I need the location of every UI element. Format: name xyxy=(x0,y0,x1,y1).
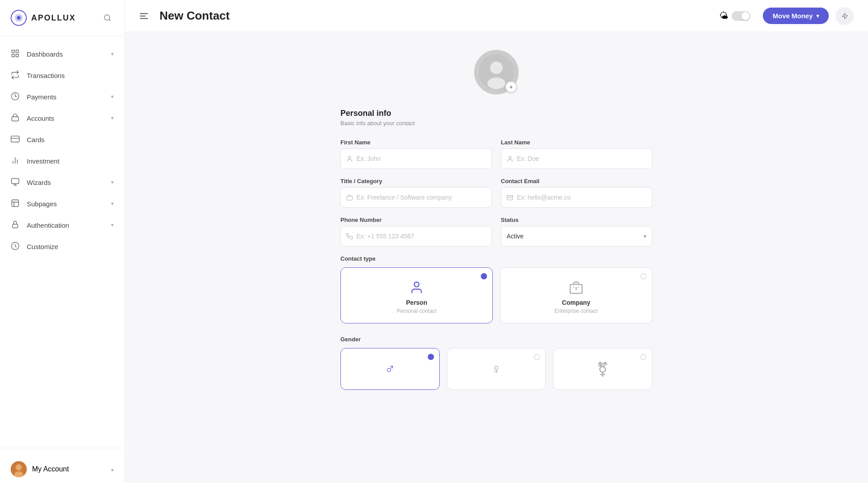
svg-rect-12 xyxy=(12,200,19,207)
contact-type-company[interactable]: Company Enterprise contact xyxy=(500,267,652,323)
sidebar-item-transactions[interactable]: Transactions xyxy=(0,65,124,86)
first-name-label: First Name xyxy=(340,139,492,146)
theme-toggle[interactable]: 🌤 xyxy=(719,11,750,21)
chevron-down-icon: ▾ xyxy=(111,179,114,185)
user-avatar xyxy=(11,461,27,477)
section-title: Personal info xyxy=(340,109,652,118)
sidebar-item-label: Dashboards xyxy=(27,50,63,58)
contact-type-label: Contact type xyxy=(340,255,652,262)
logo-text: APOLLUX xyxy=(31,13,76,23)
sidebar-item-label: Investment xyxy=(27,157,59,165)
sidebar-item-label: Customize xyxy=(27,243,58,250)
move-money-button[interactable]: Move Money ▾ xyxy=(763,8,829,24)
mail-icon xyxy=(507,194,513,201)
first-name-group: First Name xyxy=(340,139,492,169)
svg-point-24 xyxy=(490,61,503,74)
title-input-wrapper xyxy=(340,187,492,208)
search-icon[interactable] xyxy=(101,12,114,24)
user-icon xyxy=(346,156,353,162)
sidebar-item-customize[interactable]: Customize xyxy=(0,236,124,257)
page-title: New Contact xyxy=(160,9,712,23)
radio-other xyxy=(640,354,647,360)
sidebar-item-wizards[interactable]: Wizards ▾ xyxy=(0,172,124,193)
subpages-icon xyxy=(11,199,20,209)
svg-line-4 xyxy=(109,19,110,20)
form-content: + Personal info Basic info about your co… xyxy=(125,32,868,483)
sidebar-item-authentication[interactable]: Authentication ▾ xyxy=(0,214,124,236)
svg-point-25 xyxy=(487,78,505,89)
contact-type-company-label: Company xyxy=(562,299,590,306)
gender-other[interactable]: ⚧ xyxy=(553,348,652,390)
phone-input[interactable] xyxy=(356,233,486,240)
first-name-input[interactable] xyxy=(356,155,486,162)
status-select[interactable]: Active Inactive Pending xyxy=(507,233,647,240)
other-gender-icon: ⚧ xyxy=(597,361,609,378)
add-photo-button[interactable]: + xyxy=(505,81,517,93)
radio-female xyxy=(534,354,540,360)
last-name-input[interactable] xyxy=(517,155,647,162)
briefcase-icon xyxy=(346,194,353,201)
gender-male[interactable]: ♂ xyxy=(340,348,440,390)
last-name-group: Last Name xyxy=(501,139,652,169)
contact-type-person-label: Person xyxy=(406,299,427,306)
phone-status-row: Phone Number Status Active xyxy=(340,217,652,246)
lightning-button[interactable] xyxy=(836,7,854,25)
phone-icon xyxy=(346,233,353,240)
dashboard-icon xyxy=(11,49,20,59)
new-contact-form: Personal info Basic info about your cont… xyxy=(340,109,652,390)
svg-rect-7 xyxy=(11,136,19,142)
menu-icon[interactable] xyxy=(139,11,149,21)
user-icon xyxy=(507,156,513,162)
title-email-row: Title / Category Contact Email xyxy=(340,178,652,208)
sidebar-item-payments[interactable]: Payments ▾ xyxy=(0,86,124,107)
sidebar-item-label: Wizards xyxy=(27,179,51,186)
sidebar: APOLLUX Dashboards ▾ Transactio xyxy=(0,0,125,483)
email-input-wrapper xyxy=(501,187,652,208)
last-name-input-wrapper xyxy=(501,148,652,169)
chevron-down-icon: ▾ xyxy=(816,13,819,19)
my-account-label: My Account xyxy=(32,465,69,473)
first-name-input-wrapper xyxy=(340,148,492,169)
customize-icon xyxy=(11,242,20,251)
sidebar-item-accounts[interactable]: Accounts ▾ xyxy=(0,107,124,129)
radio-male xyxy=(428,354,434,360)
gender-female[interactable]: ♀ xyxy=(447,348,546,390)
svg-rect-28 xyxy=(347,196,352,200)
avatar-upload: + xyxy=(474,50,519,94)
contact-type-section: Contact type Person Personal contact xyxy=(340,255,652,323)
chevron-down-icon: ▾ xyxy=(111,94,114,100)
phone-group: Phone Number xyxy=(340,217,492,246)
sidebar-item-label: Transactions xyxy=(27,72,65,79)
sidebar-item-label: Accounts xyxy=(27,115,54,122)
payments-icon xyxy=(11,92,20,102)
radio-person xyxy=(481,273,487,279)
sidebar-nav: Dashboards ▾ Transactions Payments ▾ xyxy=(0,36,124,448)
chevron-down-icon: ▾ xyxy=(111,115,114,121)
contact-type-person-desc: Personal contact xyxy=(397,308,436,314)
sidebar-item-investment[interactable]: Investment xyxy=(0,150,124,172)
svg-marker-22 xyxy=(842,13,848,19)
svg-rect-9 xyxy=(12,179,19,184)
female-icon: ♀ xyxy=(491,361,502,377)
gender-row: ♂ ♀ ⚧ xyxy=(340,348,652,390)
svg-point-27 xyxy=(509,156,511,158)
name-row: First Name Last Name xyxy=(340,139,652,169)
sidebar-logo: APOLLUX xyxy=(0,0,124,36)
contact-type-person[interactable]: Person Personal contact xyxy=(340,267,493,323)
theme-toggle-switch[interactable] xyxy=(732,11,750,21)
sidebar-item-subpages[interactable]: Subpages ▾ xyxy=(0,193,124,214)
gender-section: Gender ♂ ♀ ⚧ xyxy=(340,336,652,390)
email-input[interactable] xyxy=(517,194,647,201)
svg-point-29 xyxy=(414,282,419,287)
authentication-icon xyxy=(11,220,20,230)
svg-point-2 xyxy=(17,16,20,20)
my-account-item[interactable]: My Account ▴ xyxy=(0,455,124,483)
transactions-icon xyxy=(11,70,20,80)
svg-point-17 xyxy=(16,464,22,471)
investment-icon xyxy=(11,156,20,166)
sidebar-item-label: Cards xyxy=(27,136,45,143)
sidebar-item-cards[interactable]: Cards xyxy=(0,129,124,150)
person-icon xyxy=(409,280,424,295)
title-input[interactable] xyxy=(356,194,486,201)
sidebar-item-dashboards[interactable]: Dashboards ▾ xyxy=(0,43,124,65)
